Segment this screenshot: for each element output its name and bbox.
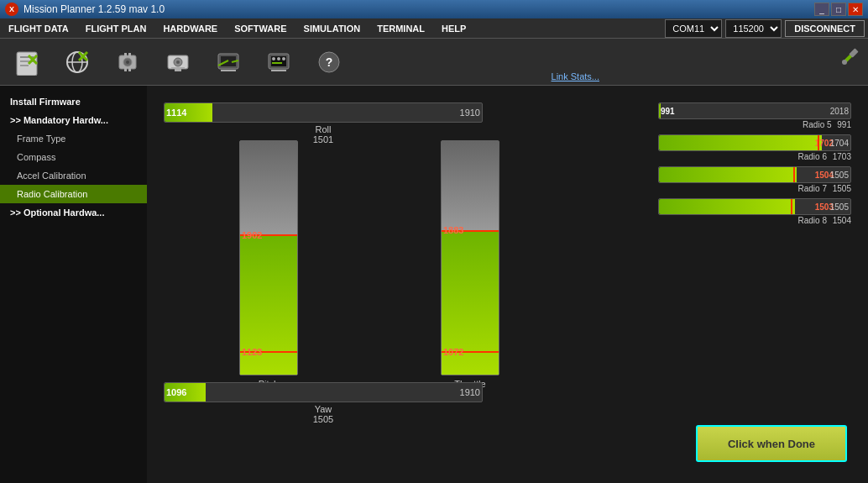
sidebar-item-install-firmware[interactable]: Install Firmware <box>0 92 147 111</box>
svg-rect-22 <box>175 69 181 71</box>
terminal-icon <box>265 49 292 76</box>
svg-point-31 <box>277 57 280 60</box>
pitch-top-val: 1902 <box>242 230 262 240</box>
yaw-bar: 1096 1910 <box>164 382 483 402</box>
menu-hardware[interactable]: HARDWARE <box>154 20 226 37</box>
radio5-left-val: 991 <box>661 107 675 116</box>
menu-flight-data[interactable]: FLIGHT DATA <box>0 20 77 37</box>
svg-point-13 <box>126 60 129 64</box>
svg-point-20 <box>176 60 180 64</box>
svg-rect-14 <box>124 53 127 56</box>
globe-icon <box>64 49 91 76</box>
radio7-bar: 1504 1505 <box>658 166 851 183</box>
radio5-bar: 991 2018 <box>658 102 851 119</box>
title-bar: X Mission Planner 1.2.59 mav 1.0 _ □ ✕ <box>0 0 868 18</box>
svg-rect-15 <box>128 53 131 56</box>
radio8-title: Radio 8 1504 <box>658 216 851 225</box>
roll-bar-right-val: 1910 <box>460 108 480 118</box>
link-stats[interactable]: Link Stats... <box>552 71 599 81</box>
toolbar-help[interactable]: ? <box>311 45 348 79</box>
yaw-bar-container: 1096 1910 Yaw 1505 <box>164 382 483 424</box>
right-bars: 991 2018 Radio 5 991 1702 1704 <box>658 102 851 230</box>
radio7-redline <box>793 167 795 182</box>
radio-calibration-panel: 1114 1910 Roll 1501 <box>155 94 860 475</box>
radio5-title: Radio 5 991 <box>658 120 851 129</box>
flight-data-icon <box>13 49 40 76</box>
radio6-container: 1702 1704 Radio 6 1703 <box>658 134 851 161</box>
radio6-redline <box>818 135 819 150</box>
toolbar-flight-data[interactable] <box>8 45 45 79</box>
software-icon <box>165 49 191 76</box>
radio6-right-val: 1704 <box>830 139 849 148</box>
done-button[interactable]: Click when Done <box>696 425 847 462</box>
app-icon: X <box>5 3 18 16</box>
main-layout: Install Firmware >> Mandatory Hardw... F… <box>0 86 868 483</box>
radio7-fill <box>659 167 797 182</box>
radio8-right-val: 1505 <box>830 202 849 212</box>
menu-software[interactable]: SOFTWARE <box>226 20 295 37</box>
radio7-title: Radio 7 1505 <box>658 184 851 193</box>
pitch-bottom-val: 1123 <box>242 347 262 357</box>
close-button[interactable]: ✕ <box>848 3 863 16</box>
minimize-button[interactable]: _ <box>814 3 829 16</box>
svg-text:?: ? <box>326 55 333 69</box>
svg-point-32 <box>282 57 285 60</box>
disconnect-button[interactable]: DISCONNECT <box>785 20 865 37</box>
sidebar-item-compass[interactable]: Compass <box>0 148 147 166</box>
toolbar-simulation[interactable] <box>210 45 247 79</box>
sidebar-item-mandatory-hw[interactable]: >> Mandatory Hardw... <box>0 111 147 129</box>
yaw-bar-title: Yaw 1505 <box>164 404 483 424</box>
radio7-right-val: 1505 <box>830 171 849 180</box>
radio8-redline <box>791 199 792 214</box>
svg-rect-21 <box>171 67 185 69</box>
roll-bar: 1114 1910 <box>164 102 483 123</box>
toolbar: ? Link Stats... <box>0 39 868 86</box>
roll-bar-title: Roll 1501 <box>164 124 483 144</box>
radio6-fill <box>659 135 822 150</box>
toolbar-hardware[interactable] <box>109 45 146 79</box>
yaw-bar-right-val: 1910 <box>460 387 480 397</box>
sidebar: Install Firmware >> Mandatory Hardw... F… <box>0 86 147 483</box>
menu-flight-plan[interactable]: FLIGHT PLAN <box>77 20 155 37</box>
hardware-icon <box>114 49 141 76</box>
toolbar-software[interactable] <box>159 45 196 79</box>
menu-terminal[interactable]: TERMINAL <box>369 20 433 37</box>
svg-point-39 <box>842 60 847 65</box>
window-title: Mission Planner 1.2.59 mav 1.0 <box>24 3 165 15</box>
window-controls: _ □ ✕ <box>814 3 863 16</box>
radio8-container: 1503 1505 Radio 8 1504 <box>658 198 851 225</box>
throttle-top-val: 1883 <box>443 225 463 235</box>
yaw-bar-left-val: 1096 <box>166 387 186 397</box>
radio8-fill <box>659 199 795 214</box>
radio5-right-val: 2018 <box>830 107 849 116</box>
radio6-title: Radio 6 1703 <box>658 152 851 161</box>
svg-rect-0 <box>17 52 37 76</box>
sidebar-item-radio-cal[interactable]: Radio Calibration <box>0 185 147 203</box>
baud-rate-select[interactable]: 115200 <box>725 19 782 38</box>
radio5-container: 991 2018 Radio 5 991 <box>658 102 851 129</box>
menu-simulation[interactable]: SIMULATION <box>295 20 369 37</box>
roll-bar-left-val: 1114 <box>166 108 186 118</box>
menu-bar: FLIGHT DATA FLIGHT PLAN HARDWARE SOFTWAR… <box>0 18 868 39</box>
maximize-button[interactable]: □ <box>831 3 846 16</box>
svg-rect-33 <box>272 62 282 64</box>
svg-rect-17 <box>128 68 131 71</box>
sidebar-item-optional-hw[interactable]: >> Optional Hardwa... <box>0 203 147 222</box>
sidebar-item-frame-type[interactable]: Frame Type <box>0 129 147 148</box>
radio6-bar: 1702 1704 <box>658 134 851 151</box>
svg-rect-16 <box>124 68 127 71</box>
menu-help[interactable]: HELP <box>433 20 474 37</box>
throttle-upper-fill <box>442 141 499 230</box>
sidebar-item-accel-cal[interactable]: Accel Calibration <box>0 166 147 185</box>
toolbar-terminal[interactable] <box>260 45 297 79</box>
svg-point-30 <box>272 57 275 60</box>
content-area: 1114 1910 Roll 1501 <box>147 86 868 483</box>
throttle-bar-container: 1883 1072 Throttle 1497 <box>441 140 499 404</box>
com-port-select[interactable]: COM11 <box>665 19 722 38</box>
radio7-container: 1504 1505 Radio 7 1505 <box>658 166 851 193</box>
pitch-upper-fill <box>240 141 297 234</box>
roll-bar-container: 1114 1910 Roll 1501 <box>164 102 483 144</box>
help-icon: ? <box>316 49 342 76</box>
toolbar-flight-plan[interactable] <box>59 45 96 79</box>
throttle-bottom-val: 1072 <box>443 347 463 357</box>
